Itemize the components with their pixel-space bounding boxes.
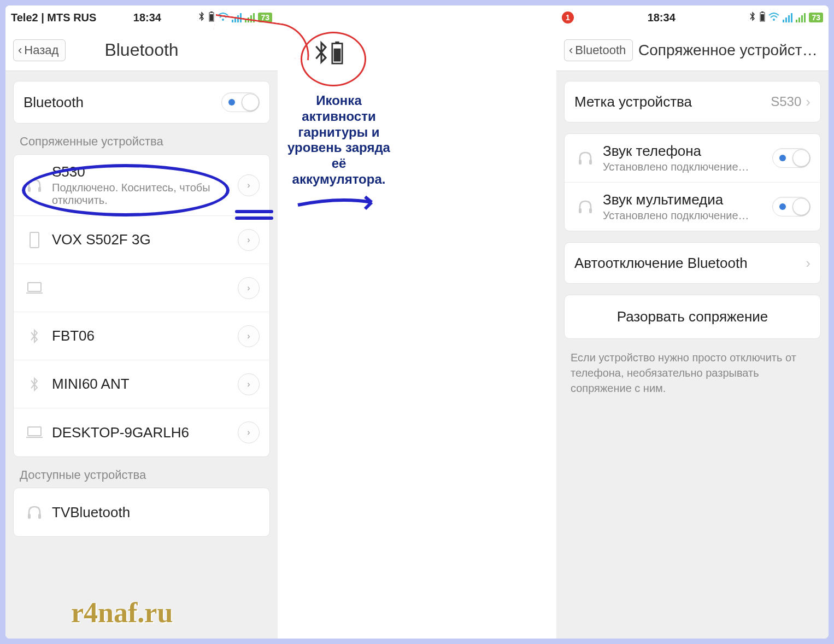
signal-bars-2-icon	[796, 13, 806, 22]
svg-rect-11	[28, 514, 31, 519]
svg-rect-9	[28, 427, 41, 436]
unpair-hint: Если устройство нужно просто отключить о…	[556, 350, 829, 396]
battery-small-icon	[760, 11, 765, 25]
device-detail-button[interactable]: ›	[238, 325, 260, 347]
device-row-mini60[interactable]: MINI60 ANT ›	[14, 360, 269, 408]
headphones-icon	[24, 504, 45, 520]
carrier-label: Tele2 | MTS RUS	[11, 11, 96, 24]
content-left: Bluetooth Сопряженные устройства S530 По…	[5, 71, 278, 639]
phone-left: Tele2 | MTS RUS 18:34 73 ‹	[5, 5, 278, 639]
bluetooth-icon	[198, 11, 205, 25]
chevron-right-icon: ›	[247, 428, 250, 437]
svg-rect-17	[579, 160, 582, 165]
svg-rect-14	[761, 11, 763, 13]
signal-bars-1-icon	[783, 13, 792, 22]
svg-rect-15	[761, 14, 764, 21]
laptop-icon	[24, 425, 45, 440]
device-row-blank[interactable]: ›	[14, 264, 269, 312]
svg-rect-1	[210, 11, 213, 13]
chevron-right-icon: ›	[247, 331, 250, 341]
clock: 18:34	[133, 11, 161, 24]
device-name: VOX S502F 3G	[52, 231, 238, 248]
device-row-tvbt[interactable]: TVBluetooth	[14, 488, 269, 536]
device-name: S530	[52, 163, 238, 180]
svg-rect-20	[589, 208, 592, 213]
page-title: Сопряженное устройство...	[638, 42, 823, 59]
svg-point-16	[773, 19, 775, 21]
svg-rect-4	[28, 187, 31, 192]
phone-right: 1 18:34 73 ‹ Bluetooth	[556, 5, 829, 639]
svg-rect-23	[334, 49, 341, 62]
media-audio-toggle[interactable]	[772, 197, 810, 216]
svg-rect-7	[28, 283, 41, 291]
chevron-left-icon: ‹	[569, 43, 573, 57]
back-button[interactable]: ‹ Bluetooth	[564, 39, 633, 61]
device-row-desktop[interactable]: DESKTOP-9GARLH6 ›	[14, 408, 269, 456]
device-detail-button[interactable]: ›	[238, 373, 260, 395]
bluetooth-label: Bluetooth	[24, 94, 221, 111]
battery-badge: 73	[809, 13, 823, 22]
bluetooth-battery-big-icon	[312, 39, 343, 66]
device-row-s530[interactable]: S530 Подключено. Коснитесь, чтобы отключ…	[14, 155, 269, 216]
chevron-right-icon: ›	[806, 255, 810, 272]
device-detail-button[interactable]: ›	[238, 229, 260, 251]
annotation-blue-lines	[235, 210, 273, 223]
chevron-right-icon: ›	[247, 235, 250, 245]
device-name: FBT06	[52, 327, 238, 344]
wifi-icon	[768, 11, 779, 24]
phone-icon	[24, 231, 45, 249]
headphones-icon	[574, 198, 596, 215]
device-detail-button[interactable]: ›	[238, 174, 260, 196]
device-detail-button[interactable]: ›	[238, 277, 260, 299]
chevron-right-icon: ›	[247, 180, 250, 190]
svg-rect-5	[38, 187, 41, 192]
audio-sub: Установлено подключение…	[603, 161, 772, 173]
back-label: Назад	[24, 43, 58, 57]
device-name: DESKTOP-9GARLH6	[52, 424, 238, 441]
back-button[interactable]: ‹ Назад	[13, 39, 66, 61]
clock: 18:34	[648, 11, 676, 24]
device-label-row[interactable]: Метка устройства S530 ›	[565, 81, 820, 122]
device-label-title: Метка устройства	[574, 93, 771, 110]
phone-audio-toggle[interactable]	[772, 148, 810, 168]
watermark: r4naf.ru	[71, 596, 173, 629]
bluetooth-icon	[24, 376, 45, 393]
svg-rect-19	[579, 208, 582, 213]
media-audio-row[interactable]: Звук мультимедиа Установлено подключение…	[565, 183, 820, 231]
device-name: MINI60 ANT	[52, 376, 238, 393]
annotation-text: Иконка активности гарнитуры и уровень за…	[284, 93, 393, 188]
bluetooth-toggle-row[interactable]: Bluetooth	[14, 81, 269, 123]
audio-sub: Установлено подключение…	[603, 209, 772, 222]
notification-badge: 1	[562, 11, 574, 24]
phone-audio-row[interactable]: Звук телефона Установлено подключение…	[565, 134, 820, 183]
status-bar-right: 1 18:34 73	[556, 5, 829, 30]
svg-rect-18	[589, 160, 592, 165]
chevron-left-icon: ‹	[18, 43, 22, 57]
bluetooth-icon	[749, 11, 756, 25]
svg-rect-6	[30, 232, 39, 248]
device-row-fbt06[interactable]: FBT06 ›	[14, 312, 269, 360]
chevron-right-icon: ›	[247, 379, 250, 389]
device-row-vox[interactable]: VOX S502F 3G ›	[14, 216, 269, 264]
bluetooth-toggle[interactable]	[221, 92, 260, 112]
annotation-blue-arrow	[295, 191, 383, 213]
header-right: ‹ Bluetooth Сопряженное устройство...	[556, 30, 829, 71]
device-sub: Подключено. Коснитесь, чтобы отключить.	[52, 182, 238, 207]
svg-rect-12	[38, 514, 41, 519]
device-name: TVBluetooth	[52, 504, 260, 521]
svg-rect-2	[210, 14, 213, 21]
chevron-right-icon: ›	[247, 283, 250, 293]
audio-name: Звук мультимедиа	[603, 191, 772, 208]
available-section-label: Доступные устройства	[5, 468, 278, 488]
back-label: Bluetooth	[575, 43, 626, 57]
device-label-value: S530	[771, 94, 801, 109]
unpair-button[interactable]: Разорвать сопряжение	[565, 295, 820, 338]
auto-off-label: Автоотключение Bluetooth	[574, 255, 806, 272]
device-detail-button[interactable]: ›	[238, 421, 260, 443]
laptop-icon	[24, 281, 45, 295]
auto-off-row[interactable]: Автоотключение Bluetooth ›	[565, 243, 820, 283]
chevron-right-icon: ›	[806, 93, 810, 110]
headphones-icon	[574, 150, 596, 166]
battery-small-icon	[209, 11, 214, 25]
paired-section-label: Сопряженные устройства	[5, 134, 278, 154]
